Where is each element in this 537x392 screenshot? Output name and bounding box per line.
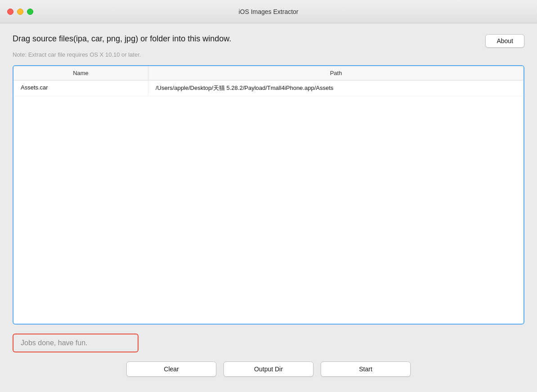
drag-instruction: Drag source files(ipa, car, png, jpg) or…	[13, 34, 485, 44]
start-button[interactable]: Start	[321, 361, 411, 377]
col-path-header: Path	[148, 66, 524, 80]
status-area: Jobs done, have fun.	[13, 334, 524, 352]
main-content: Drag source files(ipa, car, png, jpg) or…	[0, 23, 537, 392]
minimize-button[interactable]	[17, 9, 23, 15]
table-cell-name: Assets.car	[13, 80, 148, 96]
maximize-button[interactable]	[27, 9, 33, 15]
status-box: Jobs done, have fun.	[13, 334, 139, 352]
table-body: Assets.car/Users/apple/Desktop/天猫 5.28.2…	[13, 80, 524, 324]
status-text: Jobs done, have fun.	[21, 339, 88, 347]
col-name-header: Name	[13, 66, 148, 80]
bottom-buttons: Clear Output Dir Start	[13, 361, 524, 381]
note-text: Note: Extract car file requires OS X 10.…	[13, 51, 524, 58]
table-row: Assets.car/Users/apple/Desktop/天猫 5.28.2…	[13, 80, 524, 96]
title-bar: iOS Images Extractor	[0, 0, 537, 23]
window-title: iOS Images Extractor	[238, 8, 298, 15]
clear-button[interactable]: Clear	[126, 361, 216, 377]
table-cell-path: /Users/apple/Desktop/天猫 5.28.2/Payload/T…	[148, 80, 524, 96]
header-row: Drag source files(ipa, car, png, jpg) or…	[13, 34, 524, 48]
output-dir-button[interactable]: Output Dir	[224, 361, 313, 377]
table-header: Name Path	[13, 66, 524, 80]
file-table: Name Path Assets.car/Users/apple/Desktop…	[13, 65, 524, 325]
close-button[interactable]	[7, 9, 13, 15]
window-controls	[7, 9, 33, 15]
about-button[interactable]: About	[485, 34, 524, 48]
